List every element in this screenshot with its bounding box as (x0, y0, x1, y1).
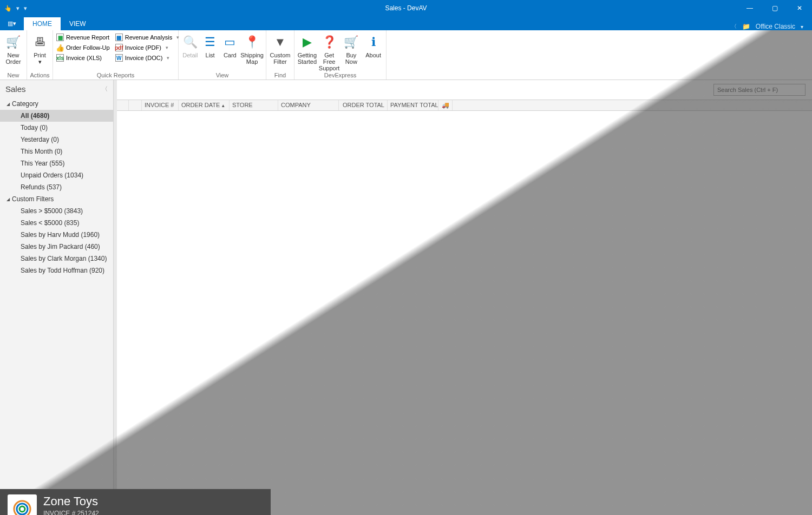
qr-invoice-xls[interactable]: xlsInvoice (XLS) (55, 53, 113, 63)
qr-revenue-analysis[interactable]: ▦Revenue Analysis ▾ (114, 32, 182, 42)
col-payment-total[interactable]: PAYMENT TOTAL (388, 100, 438, 110)
qr-revenue-report[interactable]: ▦Revenue Report (55, 32, 113, 42)
nav-item[interactable]: Yesterday (0) (0, 134, 113, 146)
view-list-button[interactable]: ☰List (201, 31, 220, 58)
detail-panel: ✎ ✕ ⧉ 🖶 ↑ ↓ Zone Toys INVOICE # 251242 P… (0, 489, 271, 515)
col-order-total[interactable]: ORDER TOTAL (339, 100, 388, 110)
grid-area: INVOICE # ORDER DATE▲ STORE COMPANY ORDE… (114, 80, 812, 489)
nav-group[interactable]: ◢ Category (0, 98, 113, 110)
ribbon-tabs: ▥▾ HOME VIEW 〈 📁 Office Classic ▾ (0, 16, 812, 30)
col-shipping-icon[interactable]: 🚚 (438, 100, 453, 110)
qat-icon[interactable]: 👆 (4, 5, 12, 12)
nav-item[interactable]: Today (0) (0, 122, 113, 134)
qr-invoice-pdf[interactable]: pdfInvoice (PDF) ▾ (114, 43, 182, 52)
col-store[interactable]: STORE (230, 100, 278, 110)
getting-started-button[interactable]: ▶Getting Started (297, 31, 318, 65)
main-content: Sales〈 ◢ CategoryAll (4680)Today (0)Yest… (0, 80, 812, 489)
view-menu-dropdown[interactable]: ▥▾ (0, 16, 24, 30)
svg-point-1 (17, 504, 28, 514)
nav-item[interactable]: Sales by Clark Morgan (1340) (0, 253, 113, 265)
search-input[interactable] (713, 84, 806, 96)
nav-item[interactable]: Sales by Harv Mudd (1960) (0, 229, 113, 241)
nav-item[interactable]: All (4680) (0, 110, 113, 122)
get-support-button[interactable]: ❓Get Free Support (319, 31, 340, 71)
new-order-button[interactable]: 🛒New Order (2, 31, 24, 65)
sort-asc-icon: ▲ (221, 103, 225, 108)
qr-order-followup[interactable]: 👍Order Follow-Up (55, 43, 113, 52)
maximize-button[interactable]: ▢ (762, 0, 787, 16)
nav-item[interactable]: Unpaid Orders (1034) (0, 169, 113, 181)
detail-invoice-label: INVOICE # 251242 (43, 510, 99, 515)
tab-home[interactable]: HOME (24, 17, 61, 30)
nav-item[interactable]: Refunds (537) (0, 181, 113, 193)
nav-item[interactable]: Sales > $5000 (3843) (0, 205, 113, 217)
about-button[interactable]: ℹAbout (363, 31, 384, 58)
custom-filter-button[interactable]: ▼Custom Filter (269, 31, 292, 65)
minimize-button[interactable]: — (737, 0, 762, 16)
theme-selector[interactable]: Office Classic (756, 23, 795, 30)
ribbon-collapse-icon[interactable]: 〈 (731, 23, 737, 30)
col-company[interactable]: COMPANY (278, 100, 339, 110)
nav-item[interactable]: Sales by Jim Packard (460) (0, 241, 113, 253)
qr-invoice-doc[interactable]: WInvoice (DOC) ▾ (114, 53, 182, 63)
col-invoice[interactable]: INVOICE # (142, 100, 179, 110)
theme-dropdown-icon[interactable]: ▾ (801, 24, 803, 30)
titlebar: 👆 ▾ ▾ Sales - DevAV — ▢ ✕ (0, 0, 812, 16)
window-title: Sales - DevAV (385, 4, 427, 12)
nav-item[interactable]: Sales by Todd Hoffman (920) (0, 265, 113, 276)
nav-panel: Sales〈 ◢ CategoryAll (4680)Today (0)Yest… (0, 80, 114, 489)
buy-now-button[interactable]: 🛒Buy Now (341, 31, 362, 65)
ribbon: 🛒New Order New 🖶Print▾ Actions ▦Revenue … (0, 30, 812, 80)
shipping-map-button[interactable]: 📍Shipping Map (240, 31, 264, 65)
svg-point-2 (19, 506, 25, 512)
nav-group[interactable]: ◢ Custom Filters (0, 193, 113, 205)
nav-item[interactable]: This Year (555) (0, 157, 113, 169)
detail-company: Zone Toys (43, 494, 99, 509)
theme-folder-icon: 📁 (742, 23, 750, 30)
col-order-date[interactable]: ORDER DATE▲ (179, 100, 230, 110)
close-button[interactable]: ✕ (787, 0, 812, 16)
tab-view[interactable]: VIEW (61, 17, 95, 30)
qat-dropdown-icon[interactable]: ▾ (16, 5, 19, 12)
company-logo (8, 494, 37, 515)
view-detail-button: 🔍Detail (181, 31, 200, 58)
nav-panel-title: Sales (5, 84, 26, 94)
print-button[interactable]: 🖶Print▾ (29, 31, 50, 65)
nav-collapse-icon[interactable]: 〈 (102, 85, 108, 93)
nav-item[interactable]: This Month (0) (0, 146, 113, 157)
grid-header: INVOICE # ORDER DATE▲ STORE COMPANY ORDE… (117, 100, 812, 111)
qat-dropdown-icon-2[interactable]: ▾ (24, 5, 27, 12)
nav-item[interactable]: Sales < $5000 (835) (0, 217, 113, 229)
view-card-button[interactable]: ▭Card (220, 31, 239, 58)
quick-access-toolbar: 👆 ▾ ▾ (0, 5, 27, 12)
